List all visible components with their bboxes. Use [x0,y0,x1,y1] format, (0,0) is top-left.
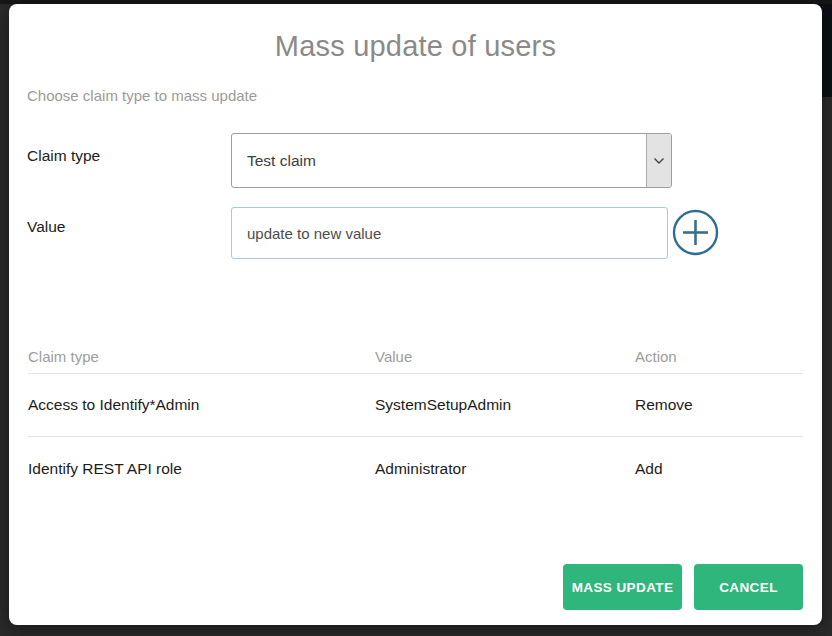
table-row: Access to Identify*Admin SystemSetupAdmi… [28,374,803,437]
cell-value: Administrator [375,460,635,478]
dialog-subtitle: Choose claim type to mass update [27,87,257,104]
cell-action[interactable]: Remove [635,396,803,414]
claim-type-label: Claim type [27,147,100,165]
table-header-row: Claim type Value Action [28,340,803,374]
chevron-down-icon[interactable] [646,134,671,187]
cell-claim-type: Access to Identify*Admin [28,396,375,414]
mass-update-dialog: Mass update of users Choose claim type t… [9,4,822,625]
mass-update-button[interactable]: MASS UPDATE [563,564,682,610]
claims-table: Claim type Value Action Access to Identi… [28,340,803,500]
header-action: Action [635,348,803,365]
claim-type-selected-value: Test claim [232,152,646,170]
plus-circle-icon [672,209,719,259]
cancel-button[interactable]: CANCEL [694,564,803,610]
value-input[interactable] [231,207,668,259]
table-row: Identify REST API role Administrator Add [28,437,803,500]
cell-value: SystemSetupAdmin [375,396,635,414]
header-value: Value [375,348,635,365]
dialog-title: Mass update of users [9,30,822,63]
claim-type-select[interactable]: Test claim [231,133,672,188]
header-claim-type: Claim type [28,348,375,365]
value-label: Value [27,218,66,236]
cell-action[interactable]: Add [635,460,803,478]
add-claim-button[interactable] [672,210,719,257]
cell-claim-type: Identify REST API role [28,460,375,478]
